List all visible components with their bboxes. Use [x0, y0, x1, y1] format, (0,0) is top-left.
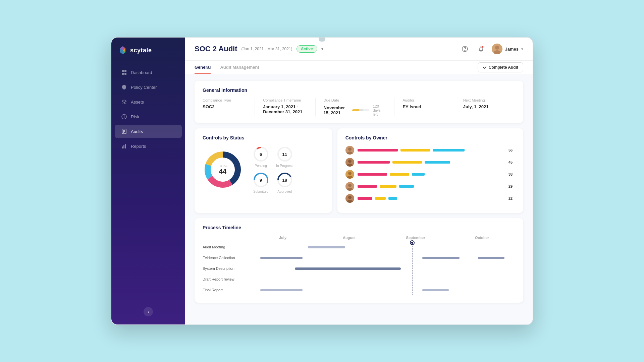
main-content: SOC 2 Audit (Jan 1, 2021 - Mar 31, 2021)…: [185, 38, 533, 324]
submitted-circle: 9: [253, 172, 269, 188]
reports-label: Reports: [131, 144, 146, 149]
evidence-bar-2: [422, 257, 460, 259]
evidence-bar-1: [260, 257, 303, 259]
today-dot: [411, 241, 414, 244]
progress-fill: [352, 109, 363, 111]
final-report-bars: [250, 285, 515, 295]
page-title: SOC 2 Audit: [195, 45, 237, 53]
user-menu[interactable]: James ▾: [492, 44, 523, 54]
final-report-label: Final Report: [203, 288, 250, 292]
risk-label: Risk: [131, 114, 139, 119]
next-meeting-item: Next Meeting July, 1, 2021: [463, 98, 515, 116]
month-august: August: [316, 236, 382, 240]
tabs-row: General Audit Management Complete Audit: [185, 61, 533, 74]
controls-status-card: Controls by Status: [195, 128, 332, 213]
timeline-rows-container: Audit Meeting Evidence Collection: [203, 242, 515, 295]
compliance-type-value: SOC2: [203, 104, 247, 109]
evidence-bar-3: [478, 257, 504, 259]
next-meeting-value: July, 1, 2021: [463, 104, 507, 109]
approved-status: 18 Approved: [276, 172, 293, 193]
approved-value: 18: [282, 178, 287, 183]
bar-yellow-4: [380, 185, 396, 188]
audit-meeting-bar: [308, 246, 345, 248]
owner-count-2: 45: [508, 160, 515, 164]
pending-value: 6: [260, 152, 262, 157]
assets-label: Assets: [131, 100, 144, 105]
bar-yellow-2: [392, 161, 422, 164]
today-line: [412, 244, 412, 295]
auditor-value: EY Israel: [402, 104, 446, 109]
svg-point-36: [348, 147, 352, 151]
user-name: James: [505, 47, 519, 52]
auditor-item: Auditor EY Israel: [402, 98, 455, 116]
info-grid: Compliance Type SOC2 Compliance Timefram…: [203, 98, 515, 116]
donut-total-label: TOTAL: [218, 164, 227, 168]
controls-status-title: Controls by Status: [203, 135, 324, 140]
status-badge[interactable]: Active: [297, 45, 317, 53]
logo-icon: [118, 46, 127, 55]
donut-section: TOTAL 44: [203, 146, 324, 193]
info-icon: [121, 114, 127, 119]
svg-point-24: [495, 46, 499, 50]
owner-avatar-3: [345, 170, 354, 179]
approved-circle: 18: [276, 172, 293, 188]
timeline-months-row: July August September October: [203, 236, 515, 240]
sidebar-item-risk[interactable]: Risk: [115, 110, 182, 123]
tab-general[interactable]: General: [195, 61, 211, 74]
timeline-title: Process Timeline: [203, 225, 515, 230]
days-left: 120 days left: [373, 104, 386, 116]
svg-point-45: [348, 184, 352, 187]
submitted-label: Submitted: [252, 190, 269, 193]
pending-label: Pending: [252, 164, 269, 168]
sidebar-collapse-button[interactable]: ‹: [144, 307, 153, 316]
audit-icon: [121, 129, 127, 134]
sidebar-item-assets[interactable]: Assets: [115, 95, 182, 109]
bar-pink-5: [358, 197, 372, 200]
complete-audit-button[interactable]: Complete Audit: [478, 62, 523, 72]
bar-yellow-3: [390, 173, 409, 176]
svg-rect-7: [122, 73, 124, 75]
logo-area: scytale: [111, 46, 185, 65]
approved-label: Approved: [276, 190, 293, 193]
owner-bars-4: [358, 185, 505, 188]
in-progress-value: 11: [282, 152, 287, 157]
system-desc-label: System Description: [203, 266, 250, 270]
timeline-row-draft-report: Draft Report review: [203, 275, 515, 284]
bar-yellow-1: [400, 149, 430, 152]
auditor-label: Auditor: [402, 98, 446, 102]
evidence-bars: [250, 253, 515, 262]
controls-owner-card: Controls by Owner: [337, 128, 523, 213]
bar-blue-1: [433, 149, 465, 152]
bar-pink-1: [358, 149, 398, 152]
sidebar-item-reports[interactable]: Reports: [115, 139, 182, 153]
owner-avatar-4: [345, 182, 354, 191]
sidebar: scytale Dashboard Policy Center A: [111, 38, 185, 324]
owner-avatar-2: [345, 158, 354, 167]
policy-center-label: Policy Center: [131, 85, 157, 90]
bar-blue-4: [399, 185, 414, 188]
general-info-title: General Information: [203, 87, 515, 93]
user-dropdown-icon[interactable]: ▾: [521, 47, 523, 51]
bar-blue-5: [388, 197, 397, 200]
svg-rect-8: [124, 73, 126, 75]
owner-count-3: 38: [508, 172, 515, 176]
svg-rect-17: [123, 145, 124, 148]
status-dropdown-icon[interactable]: ▾: [321, 47, 323, 51]
tab-audit-management[interactable]: Audit Management: [220, 61, 259, 74]
notification-button[interactable]: [476, 44, 486, 54]
svg-rect-16: [122, 146, 123, 148]
audits-label: Audits: [131, 129, 143, 134]
sidebar-item-dashboard[interactable]: Dashboard: [115, 66, 182, 79]
audit-meeting-label: Audit Meeting: [203, 245, 250, 249]
status-grid: 6 Pending: [252, 146, 293, 193]
in-progress-status: 11 In Progress: [276, 146, 293, 168]
month-september: September: [382, 236, 449, 240]
owner-bars-2: [358, 161, 505, 164]
sidebar-item-audits[interactable]: Audits: [115, 125, 182, 138]
help-button[interactable]: [460, 44, 470, 54]
stats-row: Controls by Status: [195, 128, 523, 218]
sidebar-item-policy-center[interactable]: Policy Center: [115, 80, 182, 94]
owner-row-3: 38: [345, 170, 515, 179]
svg-point-22: [482, 46, 483, 48]
due-date-value: November 15, 2021: [324, 105, 349, 115]
